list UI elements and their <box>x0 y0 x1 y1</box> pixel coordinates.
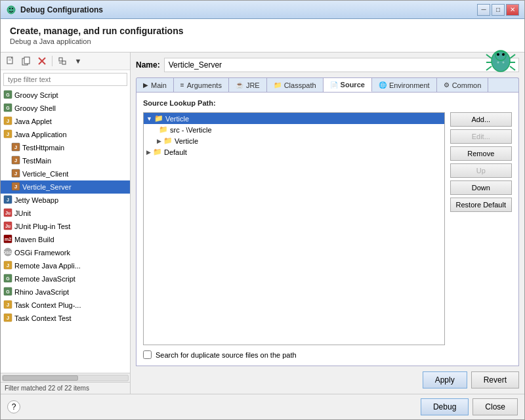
tab-arguments[interactable]: ≡Arguments <box>174 78 229 92</box>
common-tab-label: Common <box>452 81 482 89</box>
tree-item[interactable]: JTask Context Test <box>1 312 130 325</box>
window-footer: ? Debug Close <box>1 394 524 419</box>
svg-text:J: J <box>7 118 9 124</box>
toolbar-separator <box>52 56 52 66</box>
tree-item-label: TestHttpmain <box>22 144 64 152</box>
svg-text:J: J <box>14 144 17 150</box>
minimize-button[interactable]: ─ <box>477 4 490 16</box>
arguments-tab-label: Arguments <box>187 81 222 89</box>
tab-main[interactable]: ▶Main <box>136 78 174 92</box>
name-input[interactable] <box>164 58 519 72</box>
tab-environment[interactable]: 🌐Environment <box>372 78 437 92</box>
tab-jre[interactable]: ☕JRE <box>229 78 267 92</box>
tree-item[interactable]: JVerticle_Client <box>1 167 130 180</box>
scrollbar-track[interactable] <box>2 375 129 381</box>
main-tab-icon: ▶ <box>143 81 148 89</box>
header-title: Create, manage, and run configurations <box>10 26 515 36</box>
source-buttons: Add... Edit... Remove Up Down Restore De… <box>450 112 512 345</box>
tab-common[interactable]: ⚙Common <box>437 78 489 92</box>
source-tree-item[interactable]: ▼📁Verticle <box>144 113 444 124</box>
svg-text:Ju: Ju <box>5 224 10 228</box>
tree-item[interactable]: JTask Context Plug-... <box>1 299 130 312</box>
tree-item[interactable]: GGroovy Script <box>1 89 130 102</box>
main-tab-label: Main <box>151 81 167 89</box>
source-section-title: Source Lookup Path: <box>143 99 512 107</box>
svg-rect-20 <box>24 57 30 64</box>
duplicate-button[interactable] <box>19 54 33 68</box>
tree-item[interactable]: GRhino JavaScript <box>1 285 130 299</box>
svg-line-9 <box>486 66 492 70</box>
filter-input[interactable] <box>3 73 127 86</box>
delete-button[interactable] <box>35 54 49 68</box>
source-tab-icon: 📄 <box>330 81 338 89</box>
svg-line-7 <box>486 54 492 58</box>
tree-item[interactable]: JJava Application <box>1 128 130 141</box>
restore-default-button[interactable]: Restore Default <box>450 198 512 212</box>
java-icon: J <box>3 129 12 140</box>
tree-item[interactable]: GRemote JavaScript <box>1 272 130 285</box>
svg-text:J: J <box>14 158 17 163</box>
add-button[interactable]: Add... <box>450 112 512 127</box>
remove-button[interactable]: Remove <box>450 146 512 161</box>
help-button[interactable]: ? <box>7 400 20 413</box>
tree-item[interactable]: JTestMain <box>1 154 130 167</box>
name-label: Name: <box>136 60 160 70</box>
svg-point-6 <box>502 53 505 56</box>
folder-icon: 📁 <box>159 125 168 134</box>
close-button[interactable]: ✕ <box>506 4 519 16</box>
tree-item[interactable]: JVerticle_Server <box>1 180 130 194</box>
tree-item[interactable]: JuJUnit <box>1 207 130 220</box>
up-button[interactable]: Up <box>450 163 512 178</box>
svg-text:G: G <box>6 276 10 281</box>
tree-item-label: Java Applet <box>14 117 52 125</box>
tree-item-label: OSGi Framework <box>14 249 70 257</box>
tab-classpath[interactable]: 📁Classpath <box>267 78 324 92</box>
java-icon: J <box>11 169 20 179</box>
source-tree-item[interactable]: ▶📁Verticle <box>144 135 444 146</box>
tree-item[interactable]: JuJUnit Plug-in Test <box>1 220 130 233</box>
header-section: Create, manage, and run configurations D… <box>1 19 524 52</box>
tree-item-label: Groovy Shell <box>14 104 56 112</box>
source-tree[interactable]: ▼📁Verticle 📁src - \Verticle▶📁Verticle▶📁D… <box>143 112 445 345</box>
groovy-icon: G <box>3 274 12 284</box>
edit-button[interactable]: Edit... <box>450 129 512 144</box>
tree-item-label: Remote Java Appli... <box>14 262 81 270</box>
svg-text:J: J <box>7 131 9 137</box>
tree-item[interactable]: JTestHttpmain <box>1 141 130 154</box>
tree-item[interactable]: GGroovy Shell <box>1 102 130 115</box>
debug-button[interactable]: Debug <box>421 398 469 415</box>
tree-item-label: Groovy Script <box>14 91 58 99</box>
tree-item[interactable]: JJava Applet <box>1 115 130 128</box>
svg-text:J: J <box>14 171 17 177</box>
new-config-button[interactable] <box>3 54 18 68</box>
revert-button[interactable]: Revert <box>471 371 519 388</box>
horizontal-scrollbar[interactable] <box>1 373 130 382</box>
duplicate-source-checkbox[interactable] <box>143 350 152 359</box>
maximize-button[interactable]: □ <box>492 4 505 16</box>
tree-item[interactable]: OSGiOSGi Framework <box>1 246 130 259</box>
tree-item-label: Java Application <box>14 131 67 138</box>
source-tree-item[interactable]: ▶📁Default <box>144 146 444 158</box>
scrollbar-thumb[interactable] <box>3 375 78 381</box>
source-tree-item[interactable]: 📁src - \Verticle <box>144 124 444 135</box>
tab-source[interactable]: 📄Source <box>324 78 372 92</box>
environment-tab-label: Environment <box>389 81 430 89</box>
tree-item-label: Verticle_Client <box>22 170 68 178</box>
title-bar: Debug Configurations ─ □ ✕ <box>1 1 524 19</box>
footer-buttons: Debug Close <box>421 398 518 415</box>
tree-item[interactable]: JJetty Webapp <box>1 194 130 207</box>
tree-item-label: Verticle_Server <box>22 183 72 191</box>
tree-item-label: Maven Build <box>14 236 54 243</box>
app-icon <box>6 5 16 15</box>
tree-item[interactable]: JRemote Java Appli... <box>1 259 130 272</box>
collapse-button[interactable] <box>55 54 70 68</box>
source-tree-item-label: src - \Verticle <box>170 126 212 134</box>
tree-item[interactable]: m2Maven Build <box>1 233 130 246</box>
apply-button[interactable]: Apply <box>423 371 467 388</box>
tree-item-label: JUnit Plug-in Test <box>14 222 70 230</box>
down-button[interactable]: Down <box>450 180 512 195</box>
dropdown-button[interactable]: ▼ <box>71 54 85 68</box>
source-tree-item-label: Verticle <box>175 137 198 145</box>
footer-close-button[interactable]: Close <box>472 398 518 415</box>
config-tree: GGroovy ScriptGGroovy ShellJJava AppletJ… <box>1 89 130 373</box>
